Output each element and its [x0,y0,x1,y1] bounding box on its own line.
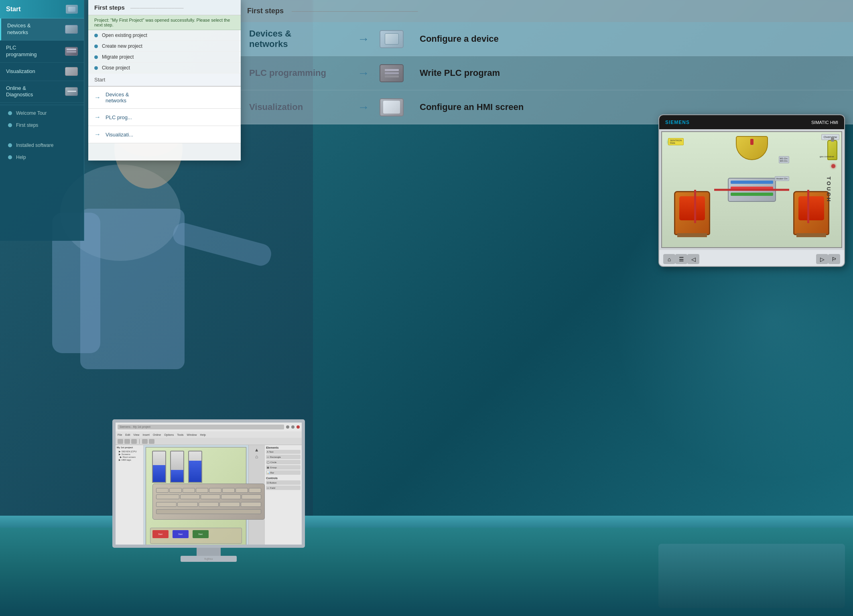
hmi-bottom-bar: ⌂ ☰ ◁ ▷ 🏳 [659,250,844,267]
pipe-horizontal [714,189,789,191]
nav-subitem-installed[interactable]: Installed software [0,139,84,151]
hmi-home-btn[interactable]: ⌂ [663,254,675,264]
visualization-subitem-label: Visualizati... [106,132,133,138]
overlay-topbar: First steps ────────────────────────────… [239,0,853,22]
step-card-viz-action: Configure an HMI screen [408,102,853,112]
visualization-nav-icon [64,67,78,77]
create-project-item[interactable]: Create new project [88,41,241,52]
touch-side-label: TOUCH [826,177,832,203]
hmi-back-btn[interactable]: ◁ [687,254,699,264]
keyboard-row-1 [156,487,261,493]
viz-arrow-icon: → [94,131,101,138]
status-red-1 [831,164,835,168]
pipe-vertical-left [694,190,696,224]
step-card-viz-title: Visualization [239,102,351,112]
nav-divider-1 [0,105,84,105]
keyboard-row-3 [156,502,261,508]
nav-item-visualization[interactable]: Visualization [0,63,84,81]
devices-step-icon [376,30,408,48]
panel-header-title: Start [6,6,20,13]
panel-header: Start [0,0,84,18]
hmi-flag-btn[interactable]: 🏳 [828,254,840,264]
monitor-base: fujitsu [181,556,237,562]
plc-step-icon [376,64,408,82]
monitor-brand-label: fujitsu [181,556,237,562]
overview-button[interactable]: Overview [821,134,839,140]
hmi-step-icon [376,98,408,116]
keyboard-row-4 [156,509,261,515]
vessel-left [674,191,710,235]
monitor-project-tree: My 1st project ▶ SIEVEN [CPU ▶ Screens ▶… [116,445,144,545]
nav-item-online[interactable]: Online &Diagnostics [0,81,84,103]
right-control-1: M1-On-M4-On- [779,156,789,163]
svg-rect-3 [171,221,274,268]
start-icon [64,4,78,14]
pipe-vertical-right [807,190,809,224]
welcome-label: Welcome Tour [16,110,47,116]
first-steps-header: First steps ───────────────── [88,0,241,15]
visualization-subitem[interactable]: → Visualizati... [88,126,241,143]
gas-label: gas container [820,155,834,158]
migrate-project-item[interactable]: Migrate project [88,52,241,63]
siemens-nav-panel: Start Devices &networks PLCprogramming V… [0,0,84,241]
sentron-label: SENTRONData [668,138,684,145]
hmi-model-label: SIMATIC HMI [811,120,838,125]
start-label: Start [94,77,105,83]
first-steps-panel: First steps ───────────────── Project: "… [88,0,241,161]
devices-icon [64,24,78,34]
firststeps-dot [8,123,12,127]
help-dot [8,155,12,159]
open-project-item[interactable]: Open existing project [88,30,241,41]
nav-viz-label: Visualization [6,68,64,75]
start-button[interactable]: Start [88,73,241,87]
plc-prog-subitem-label: PLC prog... [106,114,132,120]
help-label: Help [16,155,26,160]
keyboard [152,484,265,520]
step-card-plc-title: PLC programming [239,68,351,78]
hmi-reflection-device [658,544,845,608]
close-project-dot [94,66,98,70]
open-project-dot [94,34,98,37]
step-cards-overlay: First steps ────────────────────────────… [239,0,853,128]
plc-prog-subitem[interactable]: → PLC prog... [88,109,241,126]
step-card-devices-title: Devices &networks [239,28,351,49]
nav-subitem-firststeps[interactable]: First steps [0,119,84,131]
migrate-project-label: Migrate project [102,54,134,60]
nav-item-plc[interactable]: PLCprogramming [0,41,84,63]
installed-dot [8,143,12,147]
close-project-item[interactable]: Close project [88,63,241,73]
monitor-icon-bar [116,438,302,445]
installed-label: Installed software [16,142,53,148]
hmi-reflection [658,544,845,616]
diagnostics-nav-icon [64,87,78,97]
devices-networks-subitem[interactable]: → Devices &networks [88,87,241,109]
step-card-plc[interactable]: PLC programming → Write PLC program [239,56,853,90]
nav-subitem-welcome[interactable]: Welcome Tour [0,107,84,119]
hmi-touch-panel: SIEMENS SIMATIC HMI Overview [658,114,845,267]
hmi-device-body: SIEMENS SIMATIC HMI Overview [658,114,845,267]
first-steps-title: First steps [94,4,125,11]
monitor-menu-bar: FileEditViewInsertOnlineOptionsToolsWind… [116,431,302,438]
vessel-right [793,191,829,235]
step-card-devices-action: Configure a device [408,34,853,44]
step-card-plc-action: Write PLC program [408,68,853,78]
plc-step-arrow: → [351,66,376,80]
step-card-devices[interactable]: Devices &networks → Configure a device [239,22,853,56]
devices-arrow-icon: → [94,94,101,101]
overlay-title: First steps [247,7,284,15]
keyboard-keys [156,487,261,515]
firststeps-label: First steps [16,122,38,128]
devices-step-arrow: → [351,32,376,46]
project-message-text: Project: "My First Project" was opened s… [94,18,230,27]
nav-item-devices[interactable]: Devices &networks [0,18,84,41]
hmi-next-btn[interactable]: ▷ [816,254,828,264]
nav-subitem-help[interactable]: Help [0,151,84,163]
step-cards-container: Devices &networks → Configure a device P… [239,22,853,124]
monitor-toolbar: Siemens - My 1st project [116,423,302,431]
hmi-screen-area: Overview [661,131,842,248]
keyboard-row-2 [156,494,261,500]
hmi-top-bar: SIEMENS SIMATIC HMI [659,115,844,129]
welcome-dot [8,111,12,115]
nav-devices-label: Devices &networks [7,22,64,36]
hmi-menu-btn[interactable]: ☰ [675,254,687,264]
